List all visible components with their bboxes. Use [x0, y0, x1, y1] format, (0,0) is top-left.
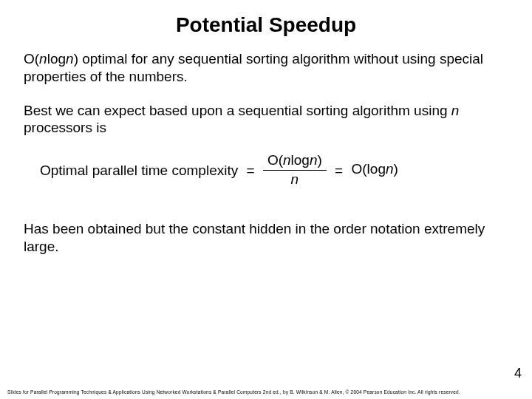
formula-lhs: Optimal parallel time complexity — [40, 162, 238, 180]
slide: Potential Speedup O(nlogn) optimal for a… — [0, 0, 532, 399]
formula-eq-2: = — [330, 162, 347, 180]
slide-body: O(nlogn) optimal for any sequential sort… — [0, 44, 532, 255]
formula-rhs: O(logn) — [352, 161, 398, 177]
paragraph-3: Has been obtained but the constant hidde… — [24, 220, 505, 256]
formula-fraction: O(nlogn) n — [263, 153, 327, 188]
formula-eq-1: = — [242, 162, 259, 180]
paragraph-1: O(nlogn) optimal for any sequential sort… — [24, 50, 505, 86]
formula-numerator: O(nlogn) — [263, 153, 327, 171]
formula-denominator: n — [263, 171, 327, 188]
footer-text: Slides for Parallel Programming Techniqu… — [7, 389, 460, 395]
formula: Optimal parallel time complexity = O(nlo… — [40, 153, 505, 188]
paragraph-2: Best we can expect based upon a sequenti… — [24, 102, 505, 137]
slide-title: Potential Speedup — [0, 0, 532, 44]
page-number: 4 — [514, 366, 522, 381]
